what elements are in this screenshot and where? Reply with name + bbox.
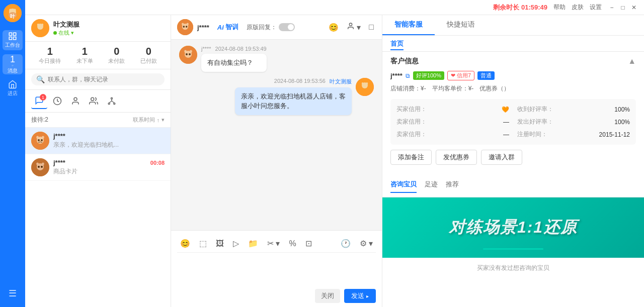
percent-tool[interactable]: % xyxy=(286,237,299,250)
ai-prefix: Ai xyxy=(217,24,224,31)
msg-content-0: j**** 2024-08-08 19:53:49 有自动集尘吗？ xyxy=(201,46,267,72)
sort-dropdown-icon: ▾ xyxy=(162,117,165,123)
tab-icon-contacts[interactable] xyxy=(67,93,84,109)
collapse-button[interactable]: ▲ xyxy=(628,57,636,66)
sort-control[interactable]: 联系时间 ↑ ▾ xyxy=(133,116,165,124)
store-consume: 店铺消费：¥- xyxy=(390,84,426,93)
sidebar-item-message[interactable]: 1 消息 xyxy=(3,54,23,74)
svg-point-15 xyxy=(74,97,77,100)
chat-avatar-1 xyxy=(31,158,49,176)
empty-hint: 买家没有发过想咨询的宝贝 xyxy=(382,258,644,278)
settings-link[interactable]: 设置 xyxy=(590,3,602,12)
info-seller-credit: 卖家信用： — xyxy=(396,118,509,126)
sort-label: 联系时间 xyxy=(133,116,155,124)
invite-group-button[interactable]: 邀请入群 xyxy=(481,150,522,165)
close-button[interactable]: ✕ xyxy=(630,4,638,12)
hamburger-menu[interactable]: ☰ xyxy=(5,284,21,303)
minimize-button[interactable]: − xyxy=(608,4,616,12)
home-link[interactable]: 首页 xyxy=(390,40,404,50)
add-note-button[interactable]: 添加备注 xyxy=(390,150,432,165)
help-link[interactable]: 帮助 xyxy=(553,3,566,12)
stat-no-order: 1 未下单 xyxy=(76,46,93,65)
main-area: 剩余时长 01:59:49 帮助 皮肤 设置 − □ ✕ xyxy=(25,0,644,307)
more-icon[interactable]: □ xyxy=(367,21,376,34)
tab-icon-chat[interactable]: 1 xyxy=(31,93,47,109)
sidebar: 叶 工作台 1 消息 进店 ☰ xyxy=(0,0,25,307)
promo-underline xyxy=(483,248,543,250)
sidebar-item-workbench-label: 工作台 xyxy=(5,42,20,49)
chat-item-name-0: j**** xyxy=(53,132,65,140)
chat-item-top-0: j**** xyxy=(53,132,165,140)
right-panel: 智能客服 快捷短语 首页 客户信息 ▲ j**** ⧉ xyxy=(382,15,644,307)
chat-item-0[interactable]: j**** 亲亲，欢迎光临扫地机... xyxy=(25,128,171,154)
sub-tabs: 咨询宝贝 足迹 推荐 xyxy=(382,176,644,197)
svg-rect-8 xyxy=(9,37,12,40)
customer-info-content: j**** ⧉ 好评100% ❤ 信用7 普通 店铺消费：¥- 平均客单价：¥-… xyxy=(382,71,644,176)
reply-label: 原版回复： xyxy=(247,23,277,32)
video-tool[interactable]: ▷ xyxy=(230,237,242,250)
svg-point-28 xyxy=(41,139,43,141)
sidebar-item-workbench[interactable]: 工作台 xyxy=(3,30,23,50)
svg-point-41 xyxy=(349,23,352,26)
image-tool[interactable]: 🖼 xyxy=(213,237,227,250)
copy-icon[interactable]: ⧉ xyxy=(406,72,410,79)
svg-rect-6 xyxy=(9,33,12,35)
tab-icon-org[interactable] xyxy=(104,93,120,109)
user-info-text: 叶文测服 在线 ▾ xyxy=(53,20,165,37)
emoji-tool[interactable]: 😊 xyxy=(177,237,193,250)
file-tool[interactable]: 📁 xyxy=(245,237,261,250)
info-send-good-rate: 发出好评率： 100% xyxy=(517,118,630,126)
user-info-bar: 叶文测服 在线 ▾ xyxy=(25,15,171,42)
msg-content-1: 2024-08-08 19:53:56 叶文测服 亲亲，欢迎光临扫地机器人店铺，… xyxy=(235,78,352,115)
skin-link[interactable]: 皮肤 xyxy=(572,3,584,12)
customer-info-section-header: 客户信息 ▲ xyxy=(382,52,644,71)
reception-count: 接待:2 xyxy=(31,116,48,124)
good-rate-value: 100% xyxy=(614,106,630,113)
tab-icon-group[interactable] xyxy=(86,93,102,109)
send-coupon-button[interactable]: 发优惠券 xyxy=(436,150,477,165)
msg-avatar-0 xyxy=(179,46,197,64)
close-chat-button[interactable]: 关闭 xyxy=(315,289,340,303)
info-grid: 买家信用： 🧡 收到好评率： 100% 卖家信用： — 发出好评率： xyxy=(390,99,636,145)
settings-tool[interactable]: ⚙ ▾ xyxy=(357,237,376,250)
stat-no-order-label: 未下单 xyxy=(76,57,93,65)
clock-tool[interactable]: 🕐 xyxy=(338,237,354,250)
search-input-wrap: 🔍 xyxy=(31,73,165,85)
right-tabs: 智能客服 快捷短语 xyxy=(382,15,644,36)
restore-button[interactable]: □ xyxy=(619,4,627,12)
sub-tab-footprint[interactable]: 足迹 xyxy=(425,180,438,193)
tab-quick-phrase[interactable]: 快捷短语 xyxy=(435,15,487,35)
reception-label: 接待:2 联系时间 ↑ ▾ xyxy=(25,113,171,128)
seller-credit-value: — xyxy=(503,119,509,126)
badge-good: 好评100% xyxy=(413,71,444,80)
chat-item-time-1: 00:08 xyxy=(150,160,165,166)
screen-tool[interactable]: ⊡ xyxy=(302,237,315,250)
sidebar-item-shop[interactable]: 进店 xyxy=(3,78,23,98)
header-links: 帮助 皮肤 设置 xyxy=(553,3,602,12)
search-input[interactable] xyxy=(48,76,159,83)
reply-toggle: 原版回复： xyxy=(247,23,295,32)
buyer-credit-value: 🧡 xyxy=(502,106,509,113)
status-dropdown[interactable]: ▾ xyxy=(71,30,74,36)
promo-text: 对练场景1:1还原 xyxy=(449,217,578,239)
toggle-switch[interactable] xyxy=(279,23,295,31)
top-header: 剩余时长 01:59:49 帮助 皮肤 设置 − □ ✕ xyxy=(25,0,644,15)
user-icon[interactable]: ▾ xyxy=(345,20,363,34)
chat-input[interactable] xyxy=(177,256,376,286)
tab-icon-recent[interactable] xyxy=(49,93,65,109)
send-button[interactable]: 发送 ▸ xyxy=(344,289,376,303)
more-tool[interactable]: ✂ ▾ xyxy=(264,237,283,250)
template-tool[interactable]: ⬚ xyxy=(196,237,210,250)
emoji-icon[interactable]: 😊 xyxy=(327,21,341,34)
sub-tab-recommend[interactable]: 推荐 xyxy=(446,180,459,193)
chat-header: j**** Ai 智训 原版回复： 😊 xyxy=(171,15,382,40)
sub-tab-consult[interactable]: 咨询宝贝 xyxy=(390,180,417,193)
stat-paid: 0 已付款 xyxy=(140,46,157,65)
info-reg-time: 注册时间： 2015-11-12 xyxy=(517,130,630,139)
chat-item-msg-1: 商品卡片 xyxy=(53,167,165,176)
chat-item-1[interactable]: j**** 00:08 商品卡片 xyxy=(25,154,171,181)
tab-ai-service[interactable]: 智能客服 xyxy=(382,15,435,35)
sidebar-item-shop-label: 进店 xyxy=(8,90,18,97)
search-icon: 🔍 xyxy=(36,75,45,83)
reg-time-value: 2015-11-12 xyxy=(599,131,630,138)
